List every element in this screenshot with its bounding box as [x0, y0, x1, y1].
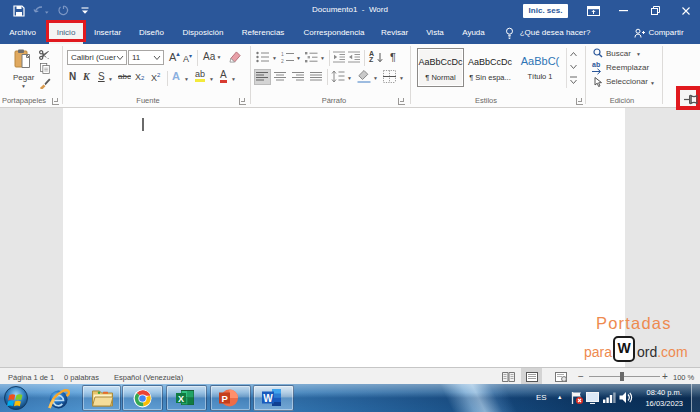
- svg-text:P: P: [222, 393, 229, 404]
- svg-text:2: 2: [281, 58, 284, 64]
- svg-text:W: W: [263, 393, 273, 404]
- svg-text:X: X: [178, 394, 184, 404]
- svg-text:1: 1: [281, 51, 284, 57]
